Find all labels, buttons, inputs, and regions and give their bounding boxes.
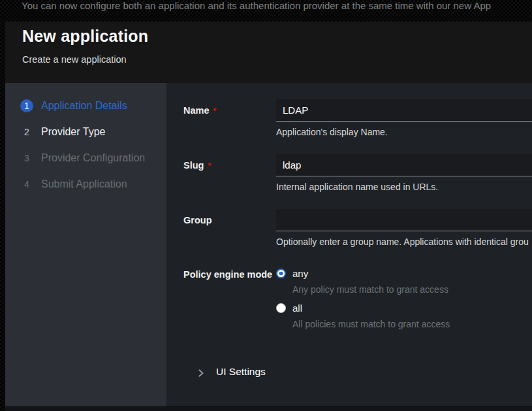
step-number: 2 — [20, 125, 33, 139]
policy-mode-all-radio[interactable]: all — [276, 303, 532, 314]
group-field-row: Group Optionally enter a group name. App… — [183, 209, 532, 247]
page-subtitle: Create a new application — [22, 54, 515, 65]
ui-settings-label: UI Settings — [216, 366, 266, 378]
wizard-step-nav: 1 Application Details 2 Provider Type 3 … — [5, 83, 166, 406]
policy-mode-all-option: all All policies must match to grant acc… — [276, 303, 532, 329]
policy-engine-mode-options: any Any policy must match to grant acces… — [276, 264, 532, 337]
step-label: Application Details — [41, 100, 127, 112]
modal-header: New application Create a new application — [5, 22, 532, 83]
name-input[interactable] — [276, 99, 532, 122]
name-field-row: Name* Application's display Name. — [183, 99, 532, 137]
required-asterisk: * — [213, 106, 217, 116]
name-field: Application's display Name. — [276, 99, 532, 137]
step-label: Provider Type — [41, 126, 105, 138]
step-label: Provider Configuration — [41, 152, 145, 164]
banner-text: You can now configure both an applicatio… — [22, 0, 532, 13]
required-asterisk: * — [208, 161, 211, 171]
step-submit-application: 4 Submit Application — [5, 171, 166, 197]
slug-field-row: Slug* Internal application name used in … — [183, 154, 532, 192]
slug-help-text: Internal application name used in URLs. — [276, 182, 532, 192]
slug-input[interactable] — [276, 154, 532, 176]
group-label: Group — [183, 209, 276, 247]
step-number: 3 — [20, 152, 33, 165]
slug-field: Internal application name used in URLs. — [276, 154, 532, 192]
step-label: Submit Application — [41, 178, 127, 190]
name-label: Name* — [183, 99, 276, 137]
policy-mode-all-help: All policies must match to grant access — [292, 319, 532, 329]
radio-checked-icon[interactable] — [276, 269, 286, 278]
ui-settings-expander[interactable]: UI Settings — [197, 366, 532, 378]
step-number: 4 — [20, 178, 33, 191]
group-field: Optionally enter a group name. Applicati… — [276, 209, 532, 247]
application-details-form: Name* Application's display Name. Slug* … — [166, 83, 532, 406]
policy-engine-mode-label: Policy engine mode* — [183, 264, 276, 337]
policy-engine-mode-row: Policy engine mode* any Any policy must … — [183, 264, 532, 337]
modal-body: 1 Application Details 2 Provider Type 3 … — [5, 83, 532, 406]
step-provider-configuration: 3 Provider Configuration — [5, 145, 166, 171]
policy-mode-any-help: Any policy must match to grant access — [292, 284, 532, 295]
slug-label: Slug* — [183, 154, 276, 192]
group-help-text: Optionally enter a group name. Applicati… — [276, 237, 532, 247]
policy-mode-any-radio[interactable]: any — [276, 268, 532, 279]
wizard-footer-edge — [5, 406, 532, 411]
policy-mode-any-label: any — [292, 268, 308, 279]
chevron-right-icon — [197, 368, 205, 376]
page-title: New application — [22, 27, 515, 46]
group-input[interactable] — [276, 209, 532, 231]
policy-mode-all-label: all — [292, 303, 302, 314]
policy-mode-any-option: any Any policy must match to grant acces… — [276, 268, 532, 295]
name-help-text: Application's display Name. — [276, 127, 532, 137]
step-number-badge: 1 — [20, 99, 33, 112]
radio-unchecked-icon[interactable] — [276, 303, 286, 313]
step-provider-type[interactable]: 2 Provider Type — [5, 119, 166, 145]
step-application-details[interactable]: 1 Application Details — [5, 93, 166, 119]
new-application-modal: New application Create a new application… — [5, 22, 532, 411]
